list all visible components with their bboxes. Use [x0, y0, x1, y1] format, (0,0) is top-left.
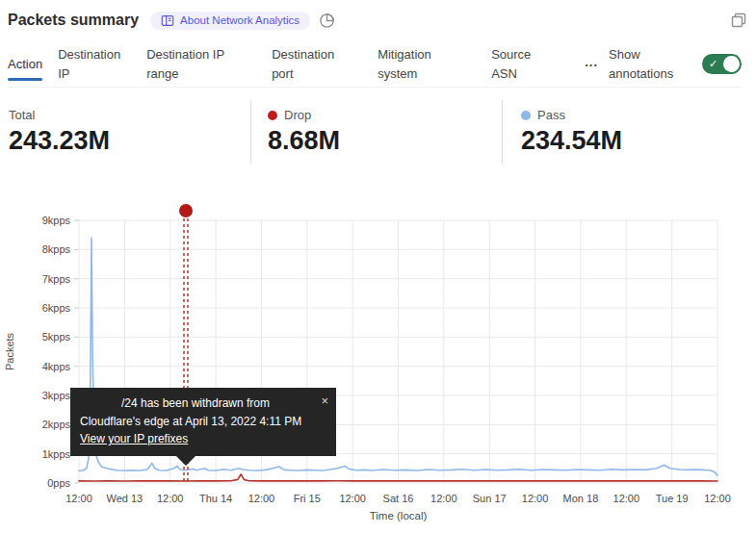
x-tick-label: 12:00: [704, 493, 731, 504]
packets-summary-panel: Packets summary About Network Analytics: [0, 0, 756, 534]
y-tick-label: 7kpps: [42, 273, 71, 285]
x-tick-label: 12:00: [157, 493, 184, 504]
summary-stats: Total 243.23M Drop 8.68M Pass 234.54M: [0, 100, 756, 164]
x-tick-label: Mon 18: [563, 493, 599, 504]
y-tick-label: 8kpps: [42, 243, 71, 255]
x-tick-label: 12:00: [65, 493, 92, 504]
stat-total-value: 243.23M: [9, 126, 250, 156]
x-tick-label: Tue 19: [656, 493, 689, 504]
tab-mitigation-system[interactable]: Mitigation system: [378, 45, 458, 84]
time-period-icon[interactable]: [319, 13, 335, 29]
toggle-knob: [723, 56, 740, 72]
x-tick-label: Thu 14: [199, 493, 232, 504]
packets-time-series-chart[interactable]: 0pps1kpps2kpps3kpps4kpps5kpps6kpps7kpps8…: [0, 192, 756, 534]
show-annotations-toggle[interactable]: ✓: [702, 54, 742, 74]
tab-destination-ip-range[interactable]: Destination IP range: [146, 45, 247, 84]
annotations-control: ... Show annotations ✓: [585, 45, 742, 84]
stat-drop-value: 8.68M: [268, 126, 502, 156]
tab-destination-ip[interactable]: Destination IP: [58, 45, 135, 84]
tooltip-text-line2: Cloudflare's edge at April 13, 2022 4:11…: [80, 413, 311, 431]
stat-total: Total 243.23M: [0, 100, 250, 164]
y-tick-label: 9kpps: [42, 215, 71, 226]
y-tick-label: 0pps: [47, 477, 70, 489]
x-tick-label: Wed 13: [106, 493, 143, 504]
badge-label: About Network Analytics: [180, 14, 300, 26]
view-ip-prefixes-link[interactable]: View your IP prefixes: [80, 430, 188, 448]
pass-legend-dot: [521, 111, 531, 120]
stat-total-label: Total: [9, 108, 35, 122]
annotation-tooltip: /24 has been withdrawn from Cloudflare's…: [70, 388, 336, 456]
page-title: Packets summary: [8, 12, 139, 29]
dimension-tabs: Action Destination IP Destination IP ran…: [8, 41, 742, 88]
close-icon[interactable]: ×: [321, 392, 328, 411]
y-tick-label: 6kpps: [42, 302, 71, 314]
check-icon: ✓: [709, 57, 717, 71]
annotation-marker[interactable]: [179, 204, 193, 217]
copy-panel-icon[interactable]: [731, 13, 746, 28]
y-tick-label: 4kpps: [42, 361, 71, 372]
x-tick-label: 12:00: [522, 493, 549, 504]
stat-pass: Pass 234.54M: [502, 100, 756, 164]
y-tick-label: 2kpps: [42, 419, 71, 430]
drop-legend-dot: [268, 111, 277, 120]
tooltip-text-line1: /24 has been withdrawn from: [80, 394, 311, 413]
stat-pass-value: 234.54M: [521, 126, 756, 156]
x-tick-label: Fri 15: [294, 493, 321, 504]
stat-drop-label: Drop: [284, 108, 311, 122]
y-tick-label: 1kpps: [42, 448, 71, 460]
more-options-icon[interactable]: ...: [585, 55, 598, 69]
y-axis-title: Packets: [4, 332, 15, 370]
x-tick-label: 12:00: [430, 493, 457, 504]
x-tick-label: 12:00: [613, 493, 640, 504]
tab-source-asn[interactable]: Source ASN: [491, 45, 547, 84]
x-tick-label: 12:00: [339, 493, 366, 504]
tab-destination-port[interactable]: Destination port: [272, 45, 351, 84]
x-tick-label: 12:00: [248, 493, 275, 504]
panel-header: Packets summary About Network Analytics: [8, 8, 746, 33]
y-tick-label: 5kpps: [42, 331, 71, 343]
y-tick-label: 3kpps: [42, 390, 71, 401]
x-tick-label: Sat 16: [383, 493, 414, 504]
stat-pass-label: Pass: [537, 108, 565, 122]
about-network-analytics-badge[interactable]: About Network Analytics: [150, 12, 310, 30]
show-annotations-label: Show annotations: [609, 45, 691, 84]
book-icon: [161, 14, 174, 27]
stat-drop: Drop 8.68M: [250, 100, 502, 164]
tab-action[interactable]: Action: [8, 55, 42, 74]
x-tick-label: Sun 17: [473, 493, 507, 504]
x-axis-title: Time (local): [370, 510, 428, 521]
